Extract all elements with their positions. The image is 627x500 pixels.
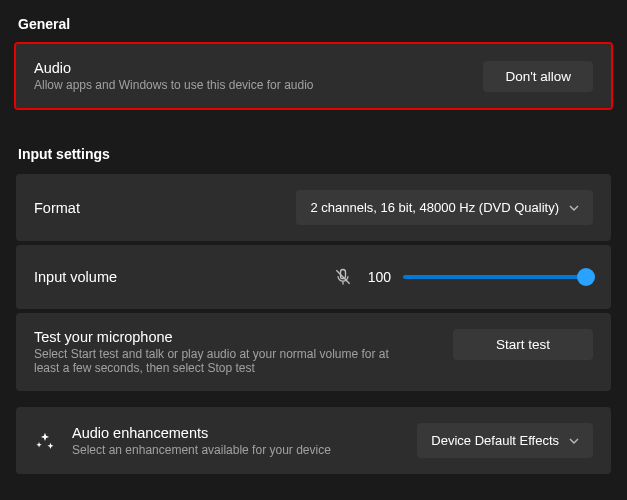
audio-allow-card: Audio Allow apps and Windows to use this… — [16, 44, 611, 108]
microphone-muted-icon[interactable] — [333, 267, 353, 287]
input-settings-header: Input settings — [18, 146, 611, 162]
input-volume-row: Input volume 100 — [16, 245, 611, 309]
mictest-labels: Test your microphone Select Start test a… — [34, 329, 394, 375]
mictest-subtitle: Select Start test and talk or play audio… — [34, 347, 394, 375]
audio-enhancements-card: Audio enhancements Select an enhancement… — [16, 407, 611, 474]
enhancements-selected: Device Default Effects — [431, 433, 559, 448]
format-dropdown[interactable]: 2 channels, 16 bit, 48000 Hz (DVD Qualit… — [296, 190, 593, 225]
input-volume-label: Input volume — [34, 269, 117, 285]
general-header: General — [18, 16, 611, 32]
audio-subtitle: Allow apps and Windows to use this devic… — [34, 78, 314, 92]
format-selected: 2 channels, 16 bit, 48000 Hz (DVD Qualit… — [310, 200, 559, 215]
slider-track — [403, 275, 593, 279]
test-microphone-card: Test your microphone Select Start test a… — [16, 313, 611, 391]
mictest-title: Test your microphone — [34, 329, 394, 345]
enhancements-title: Audio enhancements — [72, 425, 401, 441]
format-row: Format 2 channels, 16 bit, 48000 Hz (DVD… — [16, 174, 611, 241]
sparkle-icon — [34, 430, 56, 452]
enhancements-labels: Audio enhancements Select an enhancement… — [72, 425, 401, 457]
volume-slider[interactable] — [403, 269, 593, 285]
enhancements-dropdown[interactable]: Device Default Effects — [417, 423, 593, 458]
format-label: Format — [34, 200, 80, 216]
chevron-down-icon — [569, 436, 579, 446]
volume-value: 100 — [365, 269, 391, 285]
start-test-button[interactable]: Start test — [453, 329, 593, 360]
slider-thumb[interactable] — [577, 268, 595, 286]
audio-labels: Audio Allow apps and Windows to use this… — [34, 60, 314, 92]
chevron-down-icon — [569, 203, 579, 213]
audio-title: Audio — [34, 60, 314, 76]
dont-allow-button[interactable]: Don't allow — [483, 61, 593, 92]
volume-controls: 100 — [333, 267, 593, 287]
enhancements-subtitle: Select an enhancement available for your… — [72, 443, 401, 457]
